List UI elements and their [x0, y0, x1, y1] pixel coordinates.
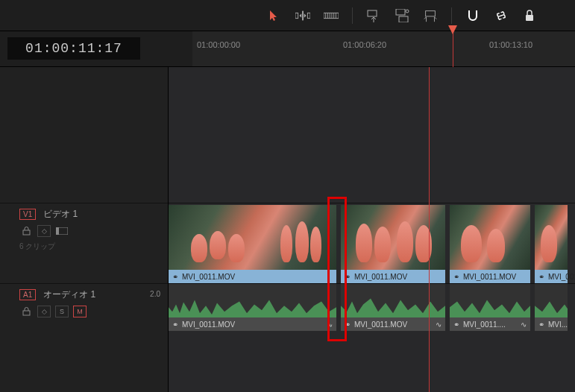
clip-thumbnail	[535, 205, 568, 270]
timeline-clips-area[interactable]: ⚭ MVI_0011.MOV ⚭ MVI_0011.MOV ⚭	[169, 67, 575, 392]
timecode-display[interactable]: 01:00:11:17	[7, 37, 140, 60]
svg-rect-1	[302, 10, 304, 20]
track-lock-icon[interactable]	[19, 306, 33, 317]
timeline-toolbar	[0, 0, 575, 31]
video-clip[interactable]: ⚭ MVI_0011.MOV	[169, 205, 336, 283]
video-track-badge[interactable]: V1	[19, 209, 36, 220]
audio-track-name: オーディオ 1	[43, 288, 95, 301]
audio-track-lane[interactable]: ⚭ MVI_0011.MOV ∿ ⚭ MVI_0011.MOV ∿	[169, 283, 575, 331]
audio-waveform	[341, 284, 445, 317]
clip-link-icon: ⚭	[172, 320, 178, 329]
clip-link-icon: ⚭	[345, 273, 351, 281]
fade-icon: ∿	[521, 320, 527, 329]
clip-label-bar: ⚭ MVI_0011.MOV ∿	[169, 317, 336, 331]
svg-point-14	[406, 10, 409, 13]
svg-rect-2	[307, 13, 310, 18]
clip-label-bar: ⚭ MVI_0011.MOV	[341, 270, 445, 283]
timeline-header: 01:00:11:17 01:00:00:00 01:00:06:20 01:0…	[0, 31, 575, 67]
audio-waveform	[169, 284, 336, 317]
audio-clip[interactable]: ⚭ MVI...	[535, 284, 568, 331]
video-track-lane[interactable]: ⚭ MVI_0011.MOV ⚭ MVI_0011.MOV ⚭	[169, 203, 575, 283]
clip-filename: MVI_0011.MOV	[182, 320, 235, 329]
svg-rect-0	[295, 13, 298, 18]
audio-track-header[interactable]: 2.0 A1 オーディオ 1 ◇ S M	[0, 283, 168, 331]
clip-filename: MVI_0011.MOV	[182, 273, 235, 281]
solo-button[interactable]: S	[55, 306, 69, 317]
svg-line-16	[498, 14, 504, 16]
clip-filename: MVI_0011.MOV	[463, 273, 516, 281]
video-clip[interactable]: ⚭ MVI_0011....	[535, 205, 568, 283]
razor-tool-icon[interactable]	[324, 8, 339, 23]
clip-label-bar: ⚭ MVI_0011.MOV	[169, 270, 336, 283]
svg-rect-10	[368, 10, 377, 16]
playhead[interactable]	[453, 31, 453, 67]
timeline-main: V1 ビデオ 1 ◇ 6 クリップ 2.0 A1 オーディオ 1	[0, 67, 575, 392]
ruler-tick: 01:00:13:10	[489, 40, 532, 49]
track-auto-select-icon[interactable]: ◇	[37, 306, 51, 317]
clip-filename: MVI_0011.MOV	[354, 320, 407, 329]
clip-link-icon: ⚭	[453, 320, 459, 329]
snap-icon[interactable]	[465, 8, 480, 23]
clip-thumbnail	[341, 205, 445, 270]
clip-thumbnail	[450, 205, 530, 270]
trim-tool-icon[interactable]	[295, 8, 310, 23]
audio-clip[interactable]: ⚭ MVI_0011.... ∿	[450, 284, 530, 331]
replace-clip-icon[interactable]	[423, 8, 438, 23]
overwrite-clip-icon[interactable]	[395, 8, 409, 23]
ruler-tick: 01:00:00:00	[197, 40, 240, 49]
track-auto-select-icon[interactable]: ◇	[37, 225, 51, 237]
playhead-line[interactable]	[429, 67, 430, 392]
video-clip[interactable]: ⚭ MVI_0011.MOV	[341, 205, 445, 283]
audio-channels-label: 2.0	[150, 290, 160, 298]
clip-link-icon: ⚭	[538, 320, 544, 329]
clip-link-icon: ⚭	[345, 320, 351, 329]
clip-filename: MVI_0011....	[548, 273, 575, 281]
clip-label-bar: ⚭ MVI_0011.MOV ∿	[341, 317, 445, 331]
lock-icon[interactable]	[522, 8, 537, 23]
track-thumbnails-icon[interactable]	[55, 225, 69, 237]
toolbar-separator	[451, 7, 452, 24]
link-icon[interactable]	[494, 8, 509, 23]
svg-rect-15	[426, 10, 436, 16]
track-lock-icon[interactable]	[19, 225, 33, 237]
audio-clip[interactable]: ⚭ MVI_0011.MOV ∿	[169, 284, 336, 331]
ruler-tick: 01:00:06:20	[343, 40, 386, 49]
clip-label-bar: ⚭ MVI_0011.... ∿	[450, 317, 530, 331]
clip-link-icon: ⚭	[172, 273, 178, 281]
clip-count-label: 6 クリップ	[19, 241, 160, 252]
insert-clip-icon[interactable]	[366, 8, 381, 23]
selection-tool-icon[interactable]	[267, 8, 282, 23]
clip-label-bar: ⚭ MVI...	[535, 317, 568, 331]
timeline-ruler[interactable]: 01:00:00:00 01:00:06:20 01:00:13:10	[192, 31, 575, 66]
svg-rect-18	[23, 230, 30, 235]
toolbar-separator	[352, 7, 353, 24]
clip-filename: MVI_0011.MOV	[354, 273, 407, 281]
svg-rect-12	[396, 9, 405, 15]
clip-link-icon: ⚭	[538, 273, 544, 281]
clip-thumbnail	[169, 205, 336, 270]
svg-rect-20	[56, 227, 59, 235]
clip-label-bar: ⚭ MVI_0011.MOV	[450, 270, 530, 283]
audio-waveform	[450, 284, 530, 317]
audio-track-badge[interactable]: A1	[19, 289, 36, 300]
svg-rect-21	[23, 311, 30, 315]
clip-filename: MVI_0011....	[463, 320, 506, 329]
video-clip[interactable]: ⚭ MVI_0011.MOV	[450, 205, 530, 283]
clip-filename: MVI...	[548, 320, 568, 329]
fade-icon: ∿	[327, 320, 333, 329]
track-headers-panel: V1 ビデオ 1 ◇ 6 クリップ 2.0 A1 オーディオ 1	[0, 67, 169, 392]
svg-rect-13	[399, 16, 408, 22]
video-track-name: ビデオ 1	[43, 208, 78, 221]
svg-rect-17	[526, 15, 533, 21]
mute-button[interactable]: M	[73, 306, 87, 317]
audio-waveform	[535, 284, 568, 317]
clip-label-bar: ⚭ MVI_0011....	[535, 270, 568, 283]
audio-clip[interactable]: ⚭ MVI_0011.MOV ∿	[341, 284, 445, 331]
video-track-header[interactable]: V1 ビデオ 1 ◇ 6 クリップ	[0, 203, 168, 283]
fade-icon: ∿	[436, 320, 442, 329]
clip-link-icon: ⚭	[453, 273, 459, 281]
